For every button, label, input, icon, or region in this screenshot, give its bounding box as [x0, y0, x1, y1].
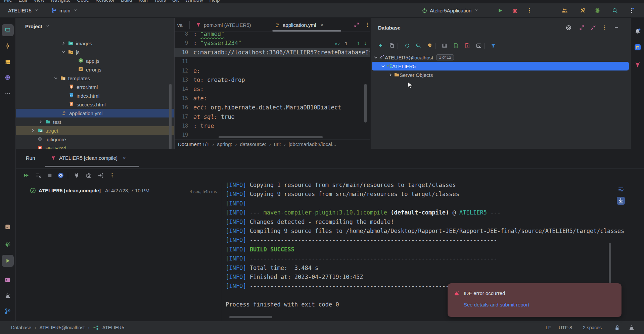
status-breadcrumb[interactable]: Database›ATELIER5@localhost›ATELIER5 [11, 321, 124, 334]
soft-wrap-icon[interactable] [618, 186, 624, 192]
line-ending-indicator[interactable]: LF [546, 321, 551, 334]
project-tree-item-index-html[interactable]: <>index.html [16, 91, 174, 100]
previous-match-arrow[interactable]: ↑ [357, 40, 360, 47]
breadcrumb-item[interactable]: url: [274, 141, 281, 147]
chevron-right-icon[interactable] [61, 41, 66, 46]
show-passed-button[interactable] [58, 172, 64, 178]
run-tab[interactable]: ATELIER5 [clean,compile] × [50, 149, 126, 167]
build-tool-button[interactable] [2, 221, 14, 233]
chevron-down-icon[interactable] [61, 49, 66, 55]
menu-tools[interactable]: Tools [154, 0, 166, 3]
menu-edit[interactable]: Edit [18, 0, 27, 3]
project-widget[interactable]: ATELIER5 [8, 3, 40, 17]
chevron-down-icon[interactable] [373, 54, 379, 60]
expand-all-icon[interactable] [579, 25, 585, 31]
next-match-arrow[interactable]: ↓ [364, 40, 367, 47]
menu-build[interactable]: Build [121, 0, 132, 3]
ddl-datasource-button[interactable] [427, 43, 433, 49]
filter-button[interactable] [490, 43, 496, 49]
more-options-button[interactable] [109, 172, 115, 178]
breadcrumb-item[interactable]: Document 1/1 [178, 141, 209, 147]
scroll-to-end-icon[interactable] [617, 197, 625, 205]
attach-debugger-button[interactable] [74, 172, 80, 178]
editor-line-13[interactable]: 13to: create-drop [175, 76, 370, 85]
db-tree-item-atelier5-localhost[interactable]: ATELIER5@localhost1 of 12 [371, 53, 631, 62]
status-path-item[interactable]: ATELIER5 [102, 325, 124, 330]
collapse-all-icon[interactable] [590, 25, 596, 31]
menu-git[interactable]: Git [172, 0, 179, 3]
editor-line-16[interactable]: 16ect: org.hibernate.dialect.MariaDB10Di… [175, 103, 370, 112]
editor-line-10[interactable]: 10c:mariadb://localhost:3306/ATELIER5?cr… [175, 48, 370, 57]
project-tree-item-help-md[interactable]: MHELP.md [16, 144, 174, 149]
project-tree-item-success-html[interactable]: 5success.html [16, 100, 174, 109]
run-button[interactable] [497, 3, 503, 17]
project-tree-item-test[interactable]: test [16, 117, 174, 126]
search-datasource-button[interactable] [415, 43, 421, 49]
expand-editor-icon[interactable] [354, 18, 360, 32]
notifications-siren-icon[interactable] [629, 321, 635, 334]
menu-file[interactable]: File [4, 0, 12, 3]
menu-window[interactable]: Window [185, 0, 203, 3]
dump-to-file-button[interactable]: <> [453, 43, 459, 49]
stop-button[interactable] [47, 172, 53, 178]
terminal-tool-button[interactable] [2, 274, 14, 286]
status-path-item[interactable]: Database [11, 325, 31, 330]
run-tool-button[interactable] [2, 255, 14, 267]
editor-options-button[interactable] [365, 18, 370, 32]
export-button[interactable] [97, 172, 103, 178]
db-tree-item-server-objects[interactable]: Server Objects [371, 70, 631, 79]
menu-navigate[interactable]: Navigate [51, 0, 71, 3]
lock-icon[interactable] [614, 321, 620, 334]
editor-line-12[interactable]: 12e: [175, 66, 370, 76]
services-tool-button[interactable] [2, 238, 14, 250]
menu-run[interactable]: Run [138, 0, 148, 3]
project-tree-item-templates[interactable]: templates [16, 74, 174, 83]
editor-line-18[interactable]: 18: true [175, 122, 370, 131]
menu-refactor[interactable]: Refactor [95, 0, 114, 3]
more-tool-windows-button[interactable] [2, 87, 14, 99]
editor-line-8[interactable]: 8: "ahmed" [175, 32, 370, 39]
breadcrumb-item[interactable]: jdbc:mariadb://local... [289, 141, 336, 147]
project-tool-button[interactable] [2, 24, 14, 36]
project-tree-item-application-yml[interactable]: YAMLapplication.yml [16, 109, 174, 117]
editor-vscrollbar[interactable] [364, 84, 367, 123]
restore-button[interactable] [464, 43, 470, 49]
target-locate-icon[interactable] [565, 25, 571, 31]
editor-line-17[interactable]: 17at_sql: true [175, 112, 370, 122]
menu-help[interactable]: Help [210, 0, 220, 3]
chevron-right-icon[interactable] [38, 119, 43, 125]
tab-pom-xml[interactable]: pom.xml (ATELIER5) [195, 18, 251, 32]
notifications-bell-button[interactable] [632, 25, 644, 37]
status-path-item[interactable]: ATELIER5@localhost [40, 325, 85, 330]
profiler-button[interactable] [594, 3, 600, 17]
code-with-me-button[interactable] [561, 3, 567, 17]
window-menu-button[interactable] [629, 3, 635, 17]
minimize-icon[interactable] [613, 25, 619, 31]
breadcrumb-item[interactable]: datasource: [240, 141, 266, 147]
chevron-right-icon[interactable] [387, 72, 394, 78]
editor-breadcrumbs[interactable]: Document 1/1›spring:›datasource:›url:›jd… [175, 139, 370, 149]
new-datasource-button[interactable] [377, 43, 383, 49]
project-tree-item-images[interactable]: images [16, 39, 174, 48]
editor-line-14[interactable]: 14es: [175, 85, 370, 94]
git-tool-button[interactable] [2, 305, 14, 317]
clear-button[interactable] [35, 172, 41, 178]
encoding-indicator[interactable]: UTF-8 [559, 321, 572, 334]
code-area[interactable]: 8: "ahmed"9: "yasser1234"10c:mariadb://l… [175, 32, 370, 139]
project-tree-item-error-js[interactable]: JSerror.js [16, 65, 174, 74]
notification-link[interactable]: See details and submit report [464, 302, 529, 307]
chevron-right-icon[interactable] [30, 128, 36, 133]
tab-application-yml[interactable]: YAML application.yml × [274, 18, 323, 32]
breadcrumb-item[interactable]: spring: [217, 141, 232, 147]
tab-java-partial[interactable]: va [177, 18, 183, 32]
ide-error-notification[interactable]: IDE error occurred See details and submi… [448, 283, 622, 317]
debug-button[interactable] [512, 3, 518, 17]
table-view-button[interactable] [442, 43, 448, 49]
editor-line-11[interactable]: 11 [175, 57, 370, 66]
maven-tool-button[interactable] [632, 59, 644, 71]
commit-tool-button[interactable] [2, 40, 14, 52]
indent-indicator[interactable]: 2 spaces [583, 321, 602, 334]
project-tree-item--gitignore[interactable]: .gitignore [16, 135, 174, 144]
project-tree-item-app-js[interactable]: JSapp.js [16, 56, 174, 65]
database-tool-button[interactable] [632, 41, 644, 53]
